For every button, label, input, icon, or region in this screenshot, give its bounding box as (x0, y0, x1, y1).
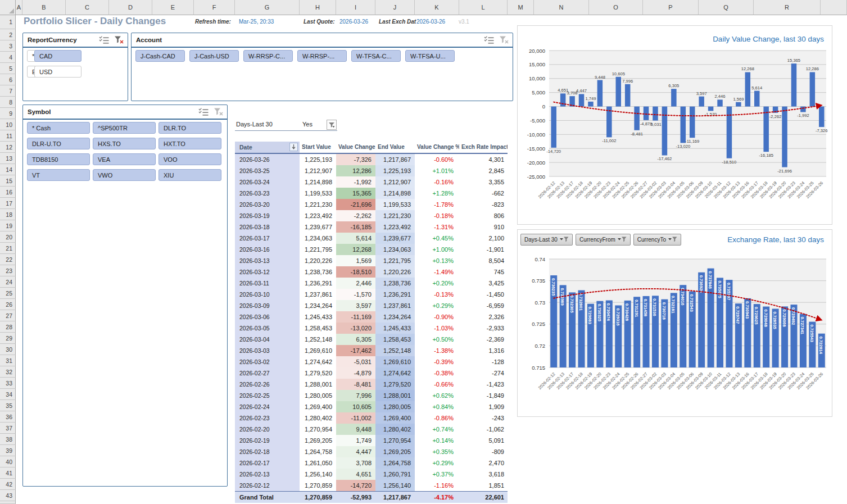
slicer-item-j-cash-cad[interactable]: J-Cash-CAD (135, 50, 185, 62)
column-header[interactable]: D (109, 0, 152, 15)
column-header[interactable]: G (235, 0, 300, 15)
row-header[interactable]: 26 (0, 299, 16, 310)
column-header[interactable]: M (508, 0, 534, 15)
row-header[interactable]: 18 (0, 209, 16, 220)
row-header[interactable]: 37 (0, 423, 16, 434)
row-header[interactable]: 8 (0, 97, 16, 108)
multi-select-icon[interactable] (484, 35, 495, 44)
slicer-item-vt[interactable]: VT (27, 169, 90, 181)
slicer-item-w-rrsp[interactable]: W-RRSP-... (297, 50, 347, 62)
row-header[interactable]: 40 (0, 456, 16, 467)
row-header[interactable]: 4 (0, 52, 16, 63)
column-header[interactable]: A (16, 0, 22, 15)
cell-start-value: 1,223,492 (300, 210, 336, 221)
slicer-item-usd[interactable]: USD (34, 66, 81, 78)
multi-select-icon[interactable] (99, 35, 110, 44)
column-header[interactable]: R (754, 0, 821, 15)
date-sort-filter-button[interactable] (289, 143, 298, 151)
clear-filter-icon[interactable] (213, 107, 224, 116)
slicer-item-cad[interactable]: CAD (34, 50, 81, 62)
row-header[interactable]: 38 (0, 434, 16, 445)
row-header[interactable]: 42 (0, 479, 16, 490)
multi-select-icon[interactable] (198, 107, 209, 116)
column-header[interactable]: I (336, 0, 375, 15)
days-last-30-label: Days-Last 30 (236, 121, 273, 128)
row-header[interactable]: 25 (0, 288, 16, 299)
slicer-item-dlr-to[interactable]: DLR.TO (158, 122, 221, 134)
slicer-item-voo[interactable]: VOO (158, 153, 221, 165)
row-header[interactable]: 2 (0, 29, 16, 40)
clear-filter-icon[interactable] (114, 35, 124, 44)
slicer-item-xiu[interactable]: XIU (158, 169, 221, 181)
slicer-item-dlr-u-to[interactable]: DLR-U.TO (27, 138, 90, 149)
select-all-corner[interactable] (0, 0, 16, 15)
row-header[interactable]: 7 (0, 85, 16, 97)
row-header[interactable]: 35 (0, 400, 16, 411)
row-header[interactable]: 33 (0, 378, 16, 389)
row-header[interactable]: 30 (0, 344, 16, 355)
cell-start-value: 1,288,001 (300, 379, 336, 390)
field-button-days-last-30[interactable]: Days-Last 30 (520, 234, 573, 246)
column-header[interactable]: H (300, 0, 336, 15)
slicer-item-tdb8150[interactable]: TDB8150 (27, 153, 90, 165)
column-header[interactable]: F (194, 0, 235, 15)
row-header[interactable]: 9 (0, 108, 16, 119)
row-header[interactable]: 5 (0, 63, 16, 74)
column-header[interactable]: N (534, 0, 589, 15)
slicer-item-vwo[interactable]: VWO (93, 169, 156, 181)
row-header[interactable]: 39 (0, 445, 16, 456)
column-header[interactable]: B (22, 0, 66, 15)
row-header[interactable]: 28 (0, 321, 16, 333)
row-header[interactable]: 17 (0, 198, 16, 209)
row-header[interactable]: 11 (0, 130, 16, 142)
clear-filter-icon[interactable] (499, 35, 509, 44)
row-header[interactable]: 41 (0, 467, 16, 479)
column-header[interactable]: C (66, 0, 109, 15)
row-header[interactable]: 10 (0, 119, 16, 130)
row-header[interactable]: 1 (0, 15, 16, 29)
slicer-item-vea[interactable]: VEA (93, 153, 156, 165)
row-header[interactable]: 31 (0, 355, 16, 366)
row-header[interactable]: 29 (0, 333, 16, 344)
row-header[interactable]: 22 (0, 254, 16, 265)
slicer-item-sp500tr[interactable]: ^SP500TR (93, 122, 156, 134)
column-header[interactable]: P (643, 0, 699, 15)
row-header[interactable]: 32 (0, 366, 16, 378)
slicer-item-w-rrsp-c[interactable]: W-RRSP-C... (243, 50, 293, 62)
slicer-item-hxs-to[interactable]: HXS.TO (93, 138, 156, 149)
column-header[interactable]: K (415, 0, 459, 15)
cell-end-value: 1,220,226 (375, 266, 415, 278)
row-header[interactable]: 3 (0, 40, 16, 52)
cell-end-value: 1,234,063 (375, 244, 415, 255)
row-header[interactable]: 24 (0, 276, 16, 288)
row-header[interactable]: 19 (0, 220, 16, 231)
slicer-item-w-tfsa-u[interactable]: W-TFSA-U... (405, 50, 455, 62)
row-header[interactable]: 16 (0, 187, 16, 198)
row-header[interactable]: 43 (0, 490, 16, 501)
column-header[interactable]: O (589, 0, 643, 15)
field-button-currencyto[interactable]: CurrencyTo (633, 234, 681, 246)
row-header[interactable]: 6 (0, 74, 16, 85)
slicer-item-w-tfsa-c[interactable]: W-TFSA-C... (351, 50, 401, 62)
row-header[interactable]: 21 (0, 243, 16, 254)
days-last-30-dropdown-button[interactable] (327, 120, 337, 130)
slicer-item-j-cash-usd[interactable]: J-Cash-USD (189, 50, 239, 62)
row-header[interactable]: 14 (0, 164, 16, 175)
row-header[interactable]: 23 (0, 265, 16, 276)
slicer-item-hxt-to[interactable]: HXT.TO (158, 138, 221, 149)
row-header[interactable]: 20 (0, 231, 16, 243)
column-header[interactable]: E (152, 0, 194, 15)
row-header[interactable]: 34 (0, 389, 16, 400)
cell-exch-rate-impact: 5,091 (459, 435, 508, 446)
column-header[interactable]: Q (699, 0, 754, 15)
row-header[interactable]: 13 (0, 153, 16, 164)
row-header[interactable]: 36 (0, 411, 16, 423)
field-button-currencyfrom[interactable]: CurrencyFrom (576, 234, 631, 246)
slicer-item-cash[interactable]: * Cash (27, 122, 90, 134)
column-header[interactable]: L (459, 0, 508, 15)
column-header[interactable]: J (375, 0, 415, 15)
cell-exch-rate-impact: 806 (459, 210, 508, 221)
row-header[interactable]: 15 (0, 175, 16, 187)
row-header[interactable]: 12 (0, 142, 16, 153)
row-header[interactable]: 27 (0, 310, 16, 321)
